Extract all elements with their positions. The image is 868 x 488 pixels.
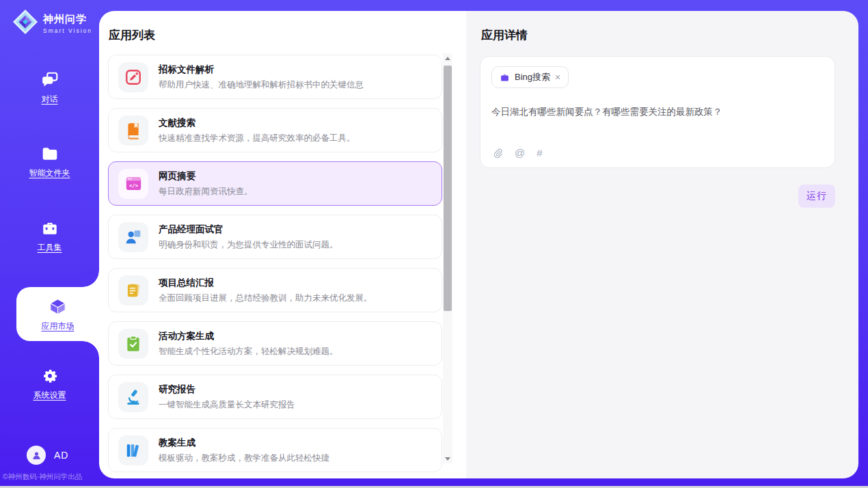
copyright-text: ©神州数码·神州问学出品 [3,472,82,482]
brand-name: 神州问学 [43,13,92,26]
cube-icon [49,297,67,316]
prompt-card: Bing搜索 × 今日湖北有哪些新闻要点？有哪些需要关注的最新政策？ @# [480,56,835,168]
app-card-title: 研究报告 [159,383,295,396]
app-list-title: 应用列表 [109,27,155,43]
app-card[interactable]: 研究报告一键智能生成高质量长文本研究报告 [108,375,442,419]
app-card-desc: 模板驱动，教案秒成，教学准备从此轻松快捷 [159,452,329,464]
at-icon[interactable]: @ [515,147,525,159]
chat-icon [40,70,59,89]
user-row[interactable]: AD [27,446,68,465]
app-card[interactable]: </>网页摘要每日政府新闻资讯快查。 [108,161,442,206]
scroll-down-icon[interactable] [443,454,452,463]
app-detail-title: 应用详情 [481,27,528,43]
folder-icon [40,144,59,163]
app-card-title: 网页摘要 [159,170,253,182]
app-detail-panel: 应用详情 Bing搜索 × 今日湖北有哪些新闻要点？有哪些需要关注的最新政策？ … [466,11,858,478]
app-card[interactable]: 招标文件解析帮助用户快速、准确地理解和解析招标书中的关键信息 [108,55,442,99]
papers-icon [118,275,148,306]
tool-chip-label: Bing搜索 [515,71,550,83]
app-card-desc: 明确身份和职责，为您提供专业性的面试问题。 [159,239,338,251]
user-label: AD [54,450,68,461]
microscope-icon [118,382,148,412]
hash-icon[interactable]: # [537,147,542,159]
app-card-title: 产品经理面试官 [159,223,338,236]
app-card-desc: 每日政府新闻资讯快查。 [159,186,253,198]
briefcase-icon [500,72,510,83]
books-icon [118,435,148,465]
sidebar-item-3[interactable]: 工具集 [0,219,99,254]
sidebar-item-label: 对话 [42,94,58,105]
app-card-title: 文献搜索 [159,117,355,129]
app-card[interactable]: 教案生成模板驱动，教案秒成，教学准备从此轻松快捷 [108,428,442,472]
app-list-panel: 应用列表 招标文件解析帮助用户快速、准确地理解和解析招标书中的关键信息文献搜索快… [99,11,466,478]
close-icon[interactable]: × [555,72,560,82]
app-card-title: 项目总结汇报 [159,277,372,289]
toolbox-icon [40,219,59,237]
sidebar-item-2[interactable]: 智能文件夹 [0,144,99,179]
interviewer-icon [118,222,148,252]
gear-icon [40,366,59,385]
sidebar-item-label: 工具集 [38,242,62,254]
sidebar-item-label: 智能文件夹 [29,167,70,179]
app-card-desc: 帮助用户快速、准确地理解和解析招标书中的关键信息 [159,79,364,91]
avatar[interactable] [27,446,46,465]
app-card[interactable]: 项目总结汇报全面回顾项目进展，总结经验教训，助力未来优化发展。 [108,268,442,312]
app-card-title: 招标文件解析 [159,64,364,76]
content-area: 应用列表 招标文件解析帮助用户快速、准确地理解和解析招标书中的关键信息文献搜索快… [99,11,858,478]
app-card-title: 教案生成 [159,437,329,449]
sidebar-item-1[interactable]: 对话 [0,70,99,105]
app-card-desc: 一键智能生成高质量长文本研究报告 [159,399,295,411]
app-card-list: 招标文件解析帮助用户快速、准确地理解和解析招标书中的关键信息文献搜索快速精准查找… [108,55,442,478]
browser-code-icon: </> [118,169,148,199]
app-card[interactable]: 文献搜索快速精准查找学术资源，提高研究效率的必备工具。 [108,108,442,152]
sidebar-item-label: 应用市场 [42,321,74,332]
clipboard-check-icon [118,329,148,359]
app-card-desc: 全面回顾项目进展，总结经验教训，助力未来优化发展。 [159,293,372,304]
sidebar-item-5[interactable]: 系统设置 [0,366,99,401]
doc-edit-icon [118,62,148,92]
tool-chip[interactable]: Bing搜索 × [491,66,569,88]
prompt-input[interactable]: 今日湖北有哪些新闻要点？有哪些需要关注的最新政策？ [491,105,824,119]
paperclip-icon[interactable] [492,148,503,159]
book-icon [118,116,148,146]
brand: 神州问学 Smart Vision [12,9,92,38]
scrollbar-thumb[interactable] [444,66,452,311]
scrollbar[interactable] [443,53,452,463]
brand-subtitle: Smart Vision [43,27,92,34]
app-card-desc: 快速精准查找学术资源，提高研究效率的必备工具。 [159,133,355,144]
app-card-title: 活动方案生成 [159,330,338,342]
app-card[interactable]: 活动方案生成智能生成个性化活动方案，轻松解决规划难题。 [108,321,442,366]
sidebar-item-4[interactable]: 应用市场 [16,287,99,341]
app-card-desc: 智能生成个性化活动方案，轻松解决规划难题。 [159,346,338,357]
app-card[interactable]: 产品经理面试官明确身份和职责，为您提供专业性的面试问题。 [108,215,442,259]
sidebar: 神州问学 Smart Vision 对话智能文件夹工具集应用市场系统设置 AD … [0,0,99,488]
logo-diamond-icon [12,9,38,38]
svg-text:</>: </> [128,182,138,189]
run-button[interactable]: 运行 [798,185,835,208]
sidebar-item-label: 系统设置 [33,390,66,401]
scroll-up-icon[interactable] [443,53,452,63]
attachment-toolbar: @# [492,147,543,159]
